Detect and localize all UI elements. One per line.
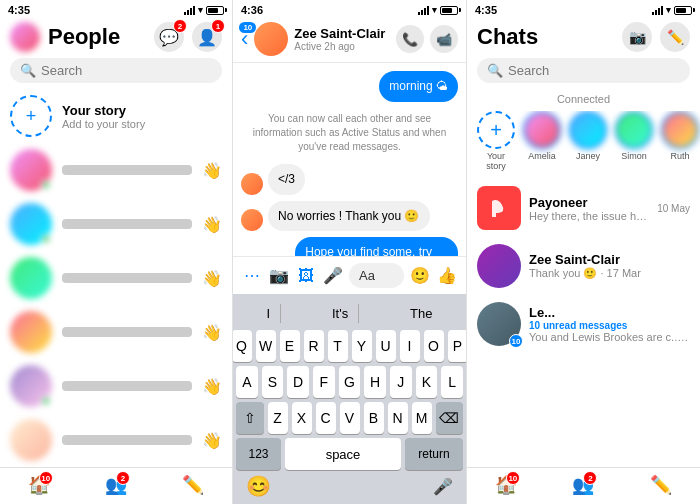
story-circle-ruth[interactable]: Ruth [661, 111, 699, 171]
key-q[interactable]: Q [233, 330, 252, 362]
nav-people-right[interactable]: 👥 2 [572, 474, 594, 496]
nav-home[interactable]: 🏠 10 [28, 474, 50, 496]
video-call-button[interactable]: 📹 [430, 25, 458, 53]
chat-list-item[interactable]: Zee Saint-Clair Thank you 🙂 · 17 Mar [467, 237, 700, 295]
camera-icon[interactable]: 📷 [268, 266, 290, 285]
people-badge-right: 2 [583, 471, 597, 485]
key-f[interactable]: F [313, 366, 335, 398]
messages-icon-btn[interactable]: 💬 2 [154, 22, 184, 52]
person-avatar [10, 311, 52, 353]
chats-title: Chats [477, 24, 614, 50]
key-space[interactable]: space [285, 438, 401, 470]
key-n[interactable]: N [388, 402, 408, 434]
key-b[interactable]: B [364, 402, 384, 434]
your-story-label: Your story [62, 103, 145, 118]
key-i[interactable]: I [400, 330, 420, 362]
compose-button[interactable]: ✏️ [660, 22, 690, 52]
key-g[interactable]: G [339, 366, 361, 398]
key-j[interactable]: J [390, 366, 412, 398]
list-item[interactable]: 👋 [0, 251, 232, 305]
key-h[interactable]: H [364, 366, 386, 398]
list-item[interactable]: 👋 [0, 143, 232, 197]
key-k[interactable]: K [416, 366, 438, 398]
status-icons-right: ▾ [652, 5, 692, 15]
add-story-item[interactable]: + Your story Add to your story [0, 89, 232, 143]
list-item[interactable]: 👋 [0, 197, 232, 251]
wave-icon[interactable]: 👋 [202, 269, 222, 288]
key-d[interactable]: D [287, 366, 309, 398]
suggestion-2[interactable]: It's [322, 304, 359, 323]
key-v[interactable]: V [340, 402, 360, 434]
nav-home-right[interactable]: 🏠 10 [495, 474, 517, 496]
key-w[interactable]: W [256, 330, 276, 362]
emoji-icon[interactable]: 🙂 [409, 266, 431, 285]
key-e[interactable]: E [280, 330, 300, 362]
chat-list-item[interactable]: Payoneer Hey there, the issue here is t.… [467, 179, 700, 237]
like-icon[interactable]: 👍 [436, 266, 458, 285]
apps-icon[interactable]: ⋯ [241, 266, 263, 285]
wave-icon[interactable]: 👋 [202, 323, 222, 342]
key-numbers[interactable]: 123 [236, 438, 281, 470]
story-avatar [661, 111, 699, 149]
list-item[interactable]: 👋 [0, 305, 232, 359]
add-story-button[interactable]: + [10, 95, 52, 137]
emoji-keyboard-icon[interactable]: 😊 [240, 474, 277, 498]
key-c[interactable]: C [316, 402, 336, 434]
key-t[interactable]: T [328, 330, 348, 362]
nav-compose[interactable]: ✏️ [182, 474, 204, 496]
search-bar-left[interactable]: 🔍 [10, 58, 222, 83]
message-bubble: No worries ! Thank you 🙂 [268, 201, 430, 232]
back-button[interactable]: ‹ 10 [241, 26, 248, 52]
wave-icon[interactable]: 👋 [202, 431, 222, 450]
mic-icon[interactable]: 🎤 [322, 266, 344, 285]
word-suggestions: I It's The [236, 300, 463, 327]
message-input[interactable]: Aa [349, 263, 404, 288]
key-y[interactable]: Y [352, 330, 372, 362]
search-input-left[interactable] [41, 63, 212, 78]
image-icon[interactable]: 🖼 [295, 267, 317, 285]
input-toolbar: ⋯ 📷 🖼 🎤 Aa 🙂 👍 [233, 256, 466, 294]
key-o[interactable]: O [424, 330, 444, 362]
key-backspace[interactable]: ⌫ [436, 402, 464, 434]
chat-name: Zee Saint-Clair [529, 252, 690, 267]
nav-people[interactable]: 👥 2 [105, 474, 127, 496]
story-circle-janey[interactable]: Janey [569, 111, 607, 171]
key-x[interactable]: X [292, 402, 312, 434]
status-bar-mid: 4:36 ▾ [233, 0, 466, 18]
list-item[interactable]: 👋 [0, 359, 232, 413]
bottom-nav-right: 🏠 10 👥 2 ✏️ [467, 467, 700, 504]
user-avatar[interactable] [10, 22, 40, 52]
page-title: People [48, 24, 146, 50]
suggestion-3[interactable]: The [400, 304, 442, 323]
key-r[interactable]: R [304, 330, 324, 362]
camera-button[interactable]: 📷 [622, 22, 652, 52]
key-p[interactable]: P [448, 330, 468, 362]
list-item[interactable]: 👋 [0, 413, 232, 467]
story-circle-simon[interactable]: Simon [615, 111, 653, 171]
add-story-circle[interactable]: + Your story [477, 111, 515, 171]
key-shift[interactable]: ⇧ [236, 402, 264, 434]
key-l[interactable]: L [441, 366, 463, 398]
search-input-right[interactable] [508, 63, 680, 78]
key-u[interactable]: U [376, 330, 396, 362]
notifications-icon-btn[interactable]: 👤 1 [192, 22, 222, 52]
wave-icon[interactable]: 👋 [202, 215, 222, 234]
connected-label: Connected [467, 89, 700, 111]
wave-icon[interactable]: 👋 [202, 377, 222, 396]
search-bar-right[interactable]: 🔍 [477, 58, 690, 83]
keyboard-row-2: A S D F G H J K L [236, 366, 463, 398]
key-s[interactable]: S [262, 366, 284, 398]
nav-compose-right[interactable]: ✏️ [650, 474, 672, 496]
key-return[interactable]: return [405, 438, 463, 470]
mic-keyboard-icon[interactable]: 🎤 [427, 477, 459, 496]
key-m[interactable]: M [412, 402, 432, 434]
chat-name: Le... [529, 305, 690, 320]
suggestion-1[interactable]: I [256, 304, 281, 323]
wave-icon[interactable]: 👋 [202, 161, 222, 180]
key-z[interactable]: Z [268, 402, 288, 434]
chat-contact-name: Zee Saint-Clair [294, 26, 390, 41]
phone-call-button[interactable]: 📞 [396, 25, 424, 53]
chat-list-item[interactable]: 10 Le... 10 unread messages You and Lewi… [467, 295, 700, 353]
key-a[interactable]: A [236, 366, 258, 398]
story-circle-amelia[interactable]: Amelia [523, 111, 561, 171]
